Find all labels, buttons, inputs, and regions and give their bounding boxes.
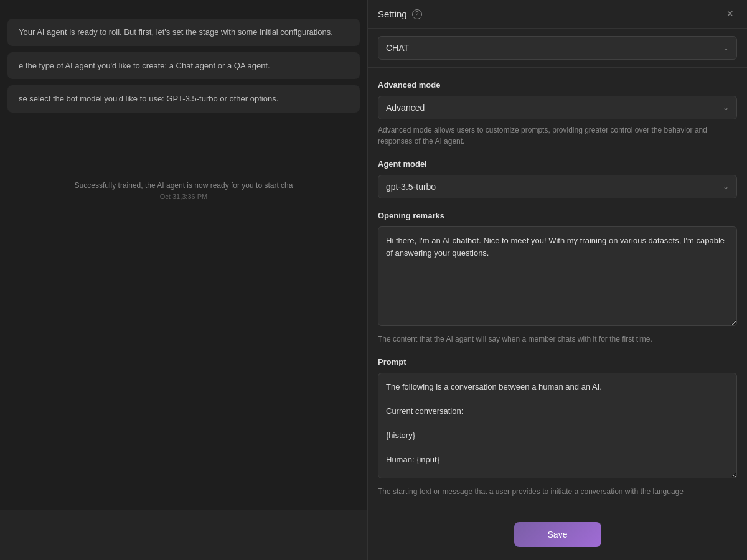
settings-content: Advanced mode Advanced ⌄ Advanced mode a…	[368, 80, 747, 510]
chat-message-1: Your AI agent is ready to roll. But firs…	[7, 19, 360, 46]
prompt-label: Prompt	[378, 357, 737, 366]
opening-remarks-label: Opening remarks	[378, 211, 737, 220]
type-dropdown[interactable]: CHAT ⌄	[378, 36, 737, 60]
type-dropdown-wrapper: CHAT ⌄	[368, 29, 747, 68]
system-message: Successfully trained, the AI agent is no…	[7, 181, 360, 190]
agent-model-arrow: ⌄	[723, 182, 729, 191]
chat-message-3: se select the bot model you'd like to us…	[7, 85, 360, 113]
save-button-wrapper: Save	[368, 510, 747, 553]
chat-messages: Your AI agent is ready to roll. But firs…	[0, 0, 367, 200]
advanced-mode-label: Advanced mode	[378, 80, 737, 90]
opening-remarks-textarea[interactable]	[378, 226, 737, 326]
settings-panel: Setting ? × CHAT ⌄ Advanced mode Advance…	[367, 0, 747, 560]
agent-model-section: Agent model gpt-3.5-turbo ⌄	[378, 159, 737, 198]
help-icon[interactable]: ?	[412, 9, 422, 19]
advanced-mode-description: Advanced mode allows users to customize …	[378, 124, 737, 147]
chat-panel: Your AI agent is ready to roll. But firs…	[0, 0, 367, 560]
chat-message-2: e the type of AI agent you'd like to cre…	[7, 52, 360, 80]
agent-model-label: Agent model	[378, 159, 737, 169]
type-dropdown-arrow: ⌄	[723, 44, 729, 52]
opening-remarks-section: Opening remarks The content that the AI …	[378, 211, 737, 345]
advanced-mode-dropdown[interactable]: Advanced ⌄	[378, 96, 737, 119]
prompt-section: Prompt The starting text or message that…	[378, 357, 737, 497]
settings-header: Setting ? ×	[368, 0, 747, 29]
save-button[interactable]: Save	[514, 522, 601, 547]
prompt-textarea[interactable]	[378, 373, 737, 478]
chat-timestamp: Oct 31,3:36 PM	[7, 193, 360, 200]
advanced-mode-value: Advanced	[386, 103, 425, 113]
agent-model-dropdown[interactable]: gpt-3.5-turbo ⌄	[378, 175, 737, 198]
agent-model-value: gpt-3.5-turbo	[386, 182, 436, 192]
type-dropdown-value: CHAT	[386, 43, 409, 53]
prompt-description: The starting text or message that a user…	[378, 486, 737, 497]
settings-title-text: Setting	[378, 9, 407, 19]
advanced-mode-arrow: ⌄	[723, 103, 729, 112]
chat-input-area	[0, 510, 367, 560]
close-button[interactable]: ×	[723, 6, 737, 22]
advanced-mode-section: Advanced mode Advanced ⌄ Advanced mode a…	[378, 80, 737, 147]
settings-title: Setting ?	[378, 9, 422, 19]
opening-remarks-description: The content that the AI agent will say w…	[378, 334, 737, 345]
